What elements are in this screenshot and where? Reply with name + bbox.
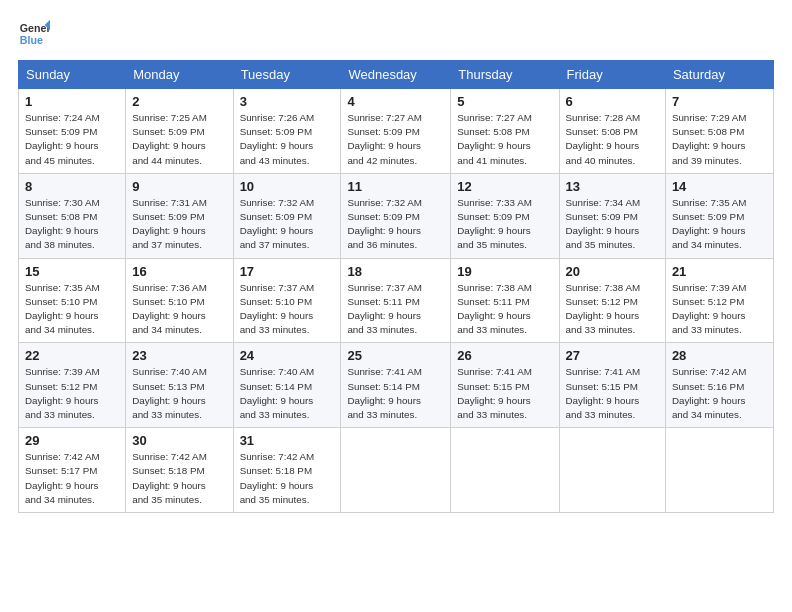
calendar-cell: 17Sunrise: 7:37 AMSunset: 5:10 PMDayligh… [233, 258, 341, 343]
day-info: Sunrise: 7:27 AMSunset: 5:09 PMDaylight:… [347, 111, 444, 168]
calendar: SundayMondayTuesdayWednesdayThursdayFrid… [18, 60, 774, 513]
calendar-cell: 19Sunrise: 7:38 AMSunset: 5:11 PMDayligh… [451, 258, 559, 343]
day-info: Sunrise: 7:33 AMSunset: 5:09 PMDaylight:… [457, 196, 552, 253]
day-number: 31 [240, 433, 335, 448]
calendar-cell: 25Sunrise: 7:41 AMSunset: 5:14 PMDayligh… [341, 343, 451, 428]
day-number: 4 [347, 94, 444, 109]
day-info: Sunrise: 7:42 AMSunset: 5:18 PMDaylight:… [132, 450, 226, 507]
day-info: Sunrise: 7:28 AMSunset: 5:08 PMDaylight:… [566, 111, 659, 168]
day-header-wednesday: Wednesday [341, 61, 451, 89]
logo: General Blue [18, 18, 50, 50]
calendar-cell: 1Sunrise: 7:24 AMSunset: 5:09 PMDaylight… [19, 89, 126, 174]
day-number: 21 [672, 264, 767, 279]
day-header-sunday: Sunday [19, 61, 126, 89]
day-info: Sunrise: 7:41 AMSunset: 5:14 PMDaylight:… [347, 365, 444, 422]
day-header-saturday: Saturday [665, 61, 773, 89]
calendar-cell: 9Sunrise: 7:31 AMSunset: 5:09 PMDaylight… [126, 173, 233, 258]
day-info: Sunrise: 7:38 AMSunset: 5:11 PMDaylight:… [457, 281, 552, 338]
day-info: Sunrise: 7:36 AMSunset: 5:10 PMDaylight:… [132, 281, 226, 338]
calendar-cell: 11Sunrise: 7:32 AMSunset: 5:09 PMDayligh… [341, 173, 451, 258]
day-number: 12 [457, 179, 552, 194]
day-number: 24 [240, 348, 335, 363]
day-number: 7 [672, 94, 767, 109]
day-number: 17 [240, 264, 335, 279]
day-number: 15 [25, 264, 119, 279]
calendar-cell: 30Sunrise: 7:42 AMSunset: 5:18 PMDayligh… [126, 428, 233, 513]
calendar-cell: 14Sunrise: 7:35 AMSunset: 5:09 PMDayligh… [665, 173, 773, 258]
day-number: 30 [132, 433, 226, 448]
day-info: Sunrise: 7:29 AMSunset: 5:08 PMDaylight:… [672, 111, 767, 168]
calendar-cell: 4Sunrise: 7:27 AMSunset: 5:09 PMDaylight… [341, 89, 451, 174]
calendar-cell: 16Sunrise: 7:36 AMSunset: 5:10 PMDayligh… [126, 258, 233, 343]
day-number: 26 [457, 348, 552, 363]
day-info: Sunrise: 7:35 AMSunset: 5:10 PMDaylight:… [25, 281, 119, 338]
day-header-monday: Monday [126, 61, 233, 89]
day-number: 27 [566, 348, 659, 363]
calendar-cell: 26Sunrise: 7:41 AMSunset: 5:15 PMDayligh… [451, 343, 559, 428]
day-number: 22 [25, 348, 119, 363]
day-number: 14 [672, 179, 767, 194]
calendar-cell [559, 428, 665, 513]
day-info: Sunrise: 7:39 AMSunset: 5:12 PMDaylight:… [672, 281, 767, 338]
day-header-thursday: Thursday [451, 61, 559, 89]
day-info: Sunrise: 7:39 AMSunset: 5:12 PMDaylight:… [25, 365, 119, 422]
calendar-cell: 29Sunrise: 7:42 AMSunset: 5:17 PMDayligh… [19, 428, 126, 513]
calendar-cell: 31Sunrise: 7:42 AMSunset: 5:18 PMDayligh… [233, 428, 341, 513]
day-number: 19 [457, 264, 552, 279]
calendar-cell [451, 428, 559, 513]
calendar-cell: 5Sunrise: 7:27 AMSunset: 5:08 PMDaylight… [451, 89, 559, 174]
svg-text:General: General [20, 22, 50, 34]
page: General Blue SundayMondayTuesdayWednesda… [0, 0, 792, 612]
svg-text:Blue: Blue [20, 34, 43, 46]
calendar-cell: 7Sunrise: 7:29 AMSunset: 5:08 PMDaylight… [665, 89, 773, 174]
calendar-cell: 18Sunrise: 7:37 AMSunset: 5:11 PMDayligh… [341, 258, 451, 343]
calendar-cell: 24Sunrise: 7:40 AMSunset: 5:14 PMDayligh… [233, 343, 341, 428]
day-info: Sunrise: 7:38 AMSunset: 5:12 PMDaylight:… [566, 281, 659, 338]
day-number: 16 [132, 264, 226, 279]
calendar-week-row: 8Sunrise: 7:30 AMSunset: 5:08 PMDaylight… [19, 173, 774, 258]
day-number: 28 [672, 348, 767, 363]
calendar-cell: 21Sunrise: 7:39 AMSunset: 5:12 PMDayligh… [665, 258, 773, 343]
day-header-friday: Friday [559, 61, 665, 89]
day-number: 8 [25, 179, 119, 194]
calendar-cell: 10Sunrise: 7:32 AMSunset: 5:09 PMDayligh… [233, 173, 341, 258]
calendar-cell: 22Sunrise: 7:39 AMSunset: 5:12 PMDayligh… [19, 343, 126, 428]
calendar-cell [341, 428, 451, 513]
day-info: Sunrise: 7:41 AMSunset: 5:15 PMDaylight:… [566, 365, 659, 422]
day-info: Sunrise: 7:42 AMSunset: 5:18 PMDaylight:… [240, 450, 335, 507]
day-number: 23 [132, 348, 226, 363]
logo-icon: General Blue [18, 18, 50, 50]
day-info: Sunrise: 7:37 AMSunset: 5:11 PMDaylight:… [347, 281, 444, 338]
day-info: Sunrise: 7:37 AMSunset: 5:10 PMDaylight:… [240, 281, 335, 338]
calendar-cell: 6Sunrise: 7:28 AMSunset: 5:08 PMDaylight… [559, 89, 665, 174]
day-info: Sunrise: 7:42 AMSunset: 5:17 PMDaylight:… [25, 450, 119, 507]
day-number: 2 [132, 94, 226, 109]
calendar-cell [665, 428, 773, 513]
day-info: Sunrise: 7:42 AMSunset: 5:16 PMDaylight:… [672, 365, 767, 422]
header: General Blue [18, 18, 774, 50]
day-info: Sunrise: 7:41 AMSunset: 5:15 PMDaylight:… [457, 365, 552, 422]
day-info: Sunrise: 7:30 AMSunset: 5:08 PMDaylight:… [25, 196, 119, 253]
calendar-cell: 12Sunrise: 7:33 AMSunset: 5:09 PMDayligh… [451, 173, 559, 258]
day-info: Sunrise: 7:25 AMSunset: 5:09 PMDaylight:… [132, 111, 226, 168]
day-number: 9 [132, 179, 226, 194]
calendar-cell: 15Sunrise: 7:35 AMSunset: 5:10 PMDayligh… [19, 258, 126, 343]
calendar-week-row: 15Sunrise: 7:35 AMSunset: 5:10 PMDayligh… [19, 258, 774, 343]
day-number: 1 [25, 94, 119, 109]
day-number: 20 [566, 264, 659, 279]
day-info: Sunrise: 7:32 AMSunset: 5:09 PMDaylight:… [240, 196, 335, 253]
day-info: Sunrise: 7:32 AMSunset: 5:09 PMDaylight:… [347, 196, 444, 253]
calendar-cell: 2Sunrise: 7:25 AMSunset: 5:09 PMDaylight… [126, 89, 233, 174]
day-info: Sunrise: 7:24 AMSunset: 5:09 PMDaylight:… [25, 111, 119, 168]
calendar-cell: 3Sunrise: 7:26 AMSunset: 5:09 PMDaylight… [233, 89, 341, 174]
calendar-header-row: SundayMondayTuesdayWednesdayThursdayFrid… [19, 61, 774, 89]
day-info: Sunrise: 7:31 AMSunset: 5:09 PMDaylight:… [132, 196, 226, 253]
calendar-week-row: 29Sunrise: 7:42 AMSunset: 5:17 PMDayligh… [19, 428, 774, 513]
day-number: 5 [457, 94, 552, 109]
calendar-cell: 8Sunrise: 7:30 AMSunset: 5:08 PMDaylight… [19, 173, 126, 258]
calendar-cell: 20Sunrise: 7:38 AMSunset: 5:12 PMDayligh… [559, 258, 665, 343]
day-number: 6 [566, 94, 659, 109]
calendar-cell: 23Sunrise: 7:40 AMSunset: 5:13 PMDayligh… [126, 343, 233, 428]
day-number: 25 [347, 348, 444, 363]
day-info: Sunrise: 7:35 AMSunset: 5:09 PMDaylight:… [672, 196, 767, 253]
